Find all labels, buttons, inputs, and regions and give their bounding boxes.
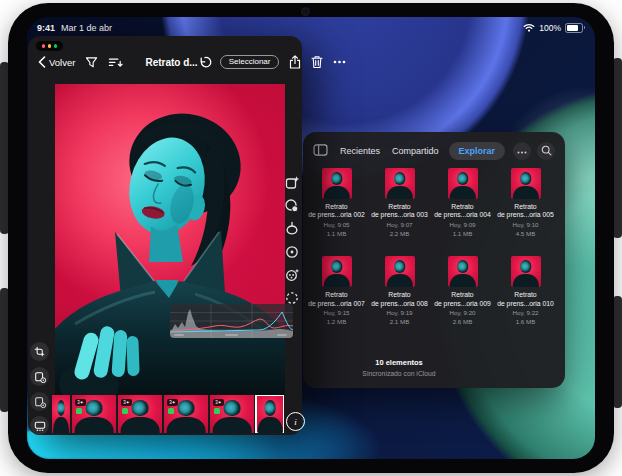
crop-button[interactable] <box>30 342 49 361</box>
window-controls[interactable] <box>36 41 63 51</box>
wifi-icon <box>523 23 535 34</box>
batch-edit-button[interactable] <box>30 392 49 411</box>
keyboard-edge-right-top <box>613 58 622 238</box>
edit-badge: 3✦ <box>121 399 132 414</box>
export-button[interactable] <box>30 367 49 386</box>
product-shot: 9:41 Mar 1 de abr 100% <box>0 0 622 476</box>
more-button[interactable] <box>333 60 346 64</box>
effects-icon[interactable] <box>284 267 300 283</box>
photo-canvas[interactable] <box>55 84 285 395</box>
select-button[interactable]: Seleccionar <box>220 55 280 69</box>
repair-icon[interactable] <box>284 290 300 306</box>
filmstrip-thumb[interactable] <box>52 395 70 433</box>
filmstrip-button[interactable] <box>30 416 49 435</box>
back-button[interactable]: Volver <box>38 56 75 68</box>
tab-explorar[interactable]: Explorar <box>449 142 506 160</box>
green-dot[interactable] <box>54 44 58 48</box>
file-thumbnail <box>448 168 478 199</box>
file-size: 2.6 MB <box>453 318 473 326</box>
file-item[interactable]: Retratode prens...oria 004 Hoy, 9:09 1.1… <box>431 168 494 238</box>
file-date: Hoy, 9:15 <box>323 309 349 317</box>
yellow-dot[interactable] <box>48 44 52 48</box>
portrait-photo <box>55 84 285 395</box>
file-thumbnail <box>322 256 352 287</box>
file-date: Hoy, 9:10 <box>512 221 538 229</box>
status-bar: 9:41 Mar 1 de abr 100% <box>37 22 583 34</box>
browser-toolbar: Recientes Compartido Explorar <box>303 140 565 162</box>
file-thumbnail <box>322 168 352 199</box>
ipad-frame: 9:41 Mar 1 de abr 100% <box>8 3 614 473</box>
document-title: Retrato d... <box>145 57 197 68</box>
file-size: 1.1 MB <box>327 230 347 238</box>
filmstrip-thumb[interactable]: 3✦ <box>164 395 208 433</box>
file-size: 4.5 MB <box>516 230 536 238</box>
tab-compartido[interactable]: Compartido <box>392 146 439 156</box>
editor-toolbar: Volver Retrato d... Seleccionar <box>28 52 302 72</box>
photo-browser-window: Recientes Compartido Explorar Retratode … <box>303 132 565 388</box>
front-camera <box>303 9 308 14</box>
file-item[interactable]: Retratode prens...oria 009 Hoy, 9:20 2.6… <box>431 256 494 326</box>
file-date: Hoy, 9:07 <box>386 221 412 229</box>
sidebar-icon[interactable] <box>313 144 328 158</box>
white-balance-icon[interactable] <box>284 198 300 214</box>
file-thumbnail <box>385 168 415 199</box>
file-date: Hoy, 9:19 <box>386 309 412 317</box>
sync-badge <box>214 408 220 414</box>
ml-enhance-icon[interactable] <box>284 175 300 191</box>
file-item[interactable]: Retratode prens...oria 008 Hoy, 9:19 2.1… <box>368 256 431 326</box>
filter-button[interactable] <box>85 56 98 69</box>
file-date: Hoy, 9:05 <box>323 221 349 229</box>
file-item[interactable]: Retratode prens...oria 002 Hoy, 9:05 1.1… <box>305 168 368 238</box>
search-icon <box>541 145 552 158</box>
red-dot[interactable] <box>42 44 46 48</box>
clock: 9:41 <box>37 23 55 33</box>
share-icon <box>289 55 301 69</box>
editor-window: Volver Retrato d... Seleccionar <box>28 36 302 435</box>
chevron-left-icon <box>38 56 46 68</box>
sync-status: Sincronizado con iCloud <box>303 370 495 377</box>
filmstrip-thumb-selected[interactable] <box>256 395 284 433</box>
filmstrip-thumb[interactable]: 3✦ <box>210 395 254 433</box>
back-label: Volver <box>49 57 75 68</box>
search-button[interactable] <box>537 142 555 160</box>
item-count: 10 elementos <box>303 358 495 367</box>
file-date: Hoy, 9:22 <box>512 309 538 317</box>
more-icon <box>517 146 527 156</box>
ipad-screen: 9:41 Mar 1 de abr 100% <box>27 17 595 459</box>
edit-badge: 3✦ <box>75 399 86 414</box>
file-item[interactable]: Retratode prens...oria 010 Hoy, 9:22 1.6… <box>494 256 557 326</box>
undo-button[interactable] <box>198 56 212 69</box>
keyboard-edge-right-bottom <box>613 296 622 408</box>
tab-recientes[interactable]: Recientes <box>340 146 380 156</box>
info-icon[interactable]: i <box>286 412 305 431</box>
filmstrip: 3✦ 3✦ 3✦ 3✦ <box>52 395 284 433</box>
file-date: Hoy, 9:20 <box>449 309 475 317</box>
filter-icon <box>85 56 98 69</box>
delete-button[interactable] <box>311 55 323 69</box>
date: Mar 1 de abr <box>61 23 112 33</box>
file-date: Hoy, 9:09 <box>449 221 475 229</box>
filmstrip-thumb[interactable]: 3✦ <box>118 395 162 433</box>
sync-badge <box>122 408 128 414</box>
undo-icon <box>198 56 212 69</box>
file-size: 2.1 MB <box>390 318 410 326</box>
share-button[interactable] <box>289 55 301 69</box>
file-item[interactable]: Retratode prens...oria 005 Hoy, 9:10 4.5… <box>494 168 557 238</box>
edit-badge: 3✦ <box>213 399 224 414</box>
trash-icon <box>311 55 323 69</box>
file-item[interactable]: Retratode prens...oria 007 Hoy, 9:15 1.2… <box>305 256 368 326</box>
browser-footer: 10 elementos Sincronizado con iCloud <box>303 358 495 377</box>
filmstrip-thumb[interactable]: 3✦ <box>72 395 116 433</box>
file-size: 2.2 MB <box>390 230 410 238</box>
file-size: 1.2 MB <box>327 318 347 326</box>
histogram-panel <box>170 304 293 338</box>
sync-badge <box>168 408 174 414</box>
file-item[interactable]: Retratode prens...oria 003 Hoy, 9:07 2.2… <box>368 168 431 238</box>
wallpaper-cyan-glow <box>27 431 339 459</box>
lightness-icon[interactable] <box>284 221 300 237</box>
file-thumbnail <box>448 256 478 287</box>
more-button[interactable] <box>513 142 531 160</box>
battery-percent: 100% <box>539 23 561 33</box>
selective-color-icon[interactable] <box>284 244 300 260</box>
sort-button[interactable] <box>108 56 123 69</box>
